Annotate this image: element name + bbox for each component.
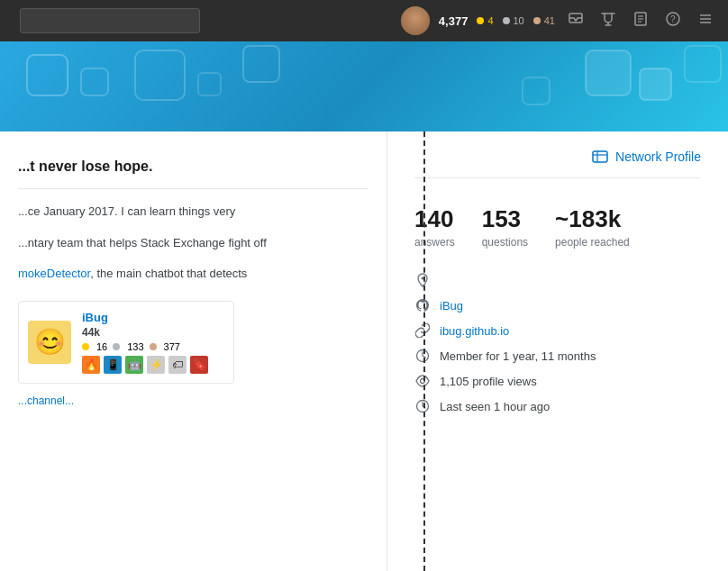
bio-divider — [18, 188, 369, 189]
user-card: 😊 iBug 44k 16 133 377 🔥 📱 � — [18, 301, 234, 384]
link-icon — [414, 322, 431, 339]
inbox-icon[interactable] — [564, 7, 587, 35]
last-seen-text: Last seen 1 hour ago — [440, 400, 550, 413]
bio-tagline: ...t never lose hope. — [18, 159, 369, 175]
svg-rect-11 — [81, 68, 108, 95]
main-content: ...t never lose hope. ...ce January 2017… — [0, 131, 728, 571]
below-card-text: ...channel... — [18, 394, 369, 407]
detail-profile-views: 1,105 profile views — [414, 373, 701, 389]
badge-silver-count: 10 — [514, 15, 524, 26]
member-icon — [414, 348, 431, 364]
location-icon — [414, 272, 431, 288]
badge-gold-count: 4 — [487, 15, 493, 26]
svg-rect-18 — [523, 77, 550, 104]
card-bronze-dot — [150, 343, 157, 350]
stat-questions: 153 questions — [482, 205, 528, 249]
bronze-dot — [533, 17, 541, 24]
github-link[interactable]: iBug — [440, 299, 463, 313]
svg-rect-17 — [685, 46, 721, 82]
stat-questions-number: 153 — [482, 205, 528, 233]
seen-icon — [414, 398, 431, 414]
card-icon-0: 🔥 — [82, 356, 100, 374]
svg-rect-10 — [27, 55, 68, 95]
search-input[interactable] — [20, 8, 200, 33]
card-icon-5: 🔖 — [190, 356, 208, 374]
bio-after-link: , the main chatbot that detects — [90, 267, 247, 280]
rep-score: 4,377 — [439, 14, 469, 28]
card-icon-1: 📱 — [104, 356, 122, 374]
stat-answers: 140 answers — [414, 205, 455, 249]
gold-dot — [477, 17, 484, 24]
detail-github: iBug — [414, 297, 701, 313]
stat-answers-label: answers — [414, 236, 455, 249]
card-icon-3: ⚡ — [147, 356, 165, 374]
card-icon-4: 🏷 — [168, 356, 187, 374]
svg-rect-16 — [640, 68, 671, 100]
website-link[interactable]: ibug.github.io — [440, 324, 509, 338]
svg-rect-19 — [593, 151, 607, 162]
detail-location — [414, 272, 701, 288]
badge-bronze-count: 41 — [544, 15, 555, 26]
views-icon — [414, 373, 431, 389]
profile-views-text: 1,105 profile views — [440, 375, 537, 388]
badge-bronze-group: 41 — [533, 15, 555, 26]
achievements-icon[interactable] — [596, 7, 620, 35]
user-avatar[interactable] — [401, 6, 430, 35]
card-gold-count: 16 — [96, 341, 107, 352]
svg-rect-14 — [243, 46, 279, 82]
bio-volunteer: ...ntary team that helps Stack Exchange … — [18, 234, 369, 252]
stats-row: 140 answers 153 questions ~183k people r… — [414, 205, 701, 249]
card-avatar: 😊 — [28, 321, 71, 364]
svg-rect-12 — [135, 50, 185, 100]
menu-icon[interactable] — [694, 7, 717, 35]
bio-volunteer-text: ...ntary team that helps Stack Exchange … — [18, 236, 267, 249]
badge-silver-group: 10 — [503, 15, 524, 26]
svg-rect-15 — [586, 50, 631, 95]
network-profile-link[interactable]: Network Profile — [414, 150, 701, 178]
card-rep: 44k — [82, 326, 208, 339]
dashed-divider — [423, 131, 425, 571]
member-since-text: Member for 1 year, 11 months — [440, 349, 596, 363]
banner-decoration — [0, 41, 728, 131]
review-icon[interactable] — [629, 7, 652, 35]
silver-dot — [503, 17, 510, 24]
stat-reached-number: ~183k — [555, 205, 630, 233]
card-bronze-count: 377 — [164, 341, 180, 352]
network-profile-label: Network Profile — [615, 150, 701, 164]
bio-smokedetector: mokeDetector, the main chatbot that dete… — [18, 265, 369, 283]
nav-right: 4,377 4 10 41 ? — [401, 6, 717, 35]
badge-gold-group: 4 — [477, 15, 493, 26]
detail-website: ibug.github.io — [414, 322, 701, 339]
profile-banner — [0, 41, 728, 131]
svg-text:?: ? — [670, 14, 676, 24]
smokedetector-link[interactable]: mokeDetector — [18, 267, 90, 280]
help-icon[interactable]: ? — [661, 7, 685, 35]
card-icon-row: 🔥 📱 🤖 ⚡ 🏷 🔖 — [82, 356, 208, 374]
github-icon — [414, 297, 431, 313]
card-silver-dot — [113, 343, 120, 350]
profile-details: iBug ibug.github.io Member for 1 year, 1… — [414, 272, 701, 414]
card-icon-2: 🤖 — [125, 356, 143, 374]
stat-reached-label: people reached — [555, 236, 630, 249]
bio-intro: ...ce January 2017. I can learn things v… — [18, 203, 369, 221]
card-gold-dot — [82, 343, 89, 350]
stat-questions-label: questions — [482, 236, 528, 249]
stat-answers-number: 140 — [414, 205, 455, 233]
top-nav: 4,377 4 10 41 ? — [0, 0, 728, 41]
left-panel: ...t never lose hope. ...ce January 2017… — [0, 131, 387, 571]
card-username[interactable]: iBug — [82, 311, 208, 324]
stat-reached: ~183k people reached — [555, 205, 630, 249]
network-profile-icon — [592, 150, 608, 163]
card-silver-count: 133 — [127, 341, 143, 352]
right-panel: Network Profile 140 answers 153 question… — [387, 131, 728, 571]
detail-member-since: Member for 1 year, 11 months — [414, 348, 701, 364]
card-info: iBug 44k 16 133 377 🔥 📱 🤖 ⚡ � — [82, 311, 208, 374]
detail-last-seen: Last seen 1 hour ago — [414, 398, 701, 414]
card-avatar-emoji: 😊 — [34, 327, 66, 357]
card-badges: 16 133 377 — [82, 341, 208, 352]
svg-rect-13 — [198, 73, 221, 95]
